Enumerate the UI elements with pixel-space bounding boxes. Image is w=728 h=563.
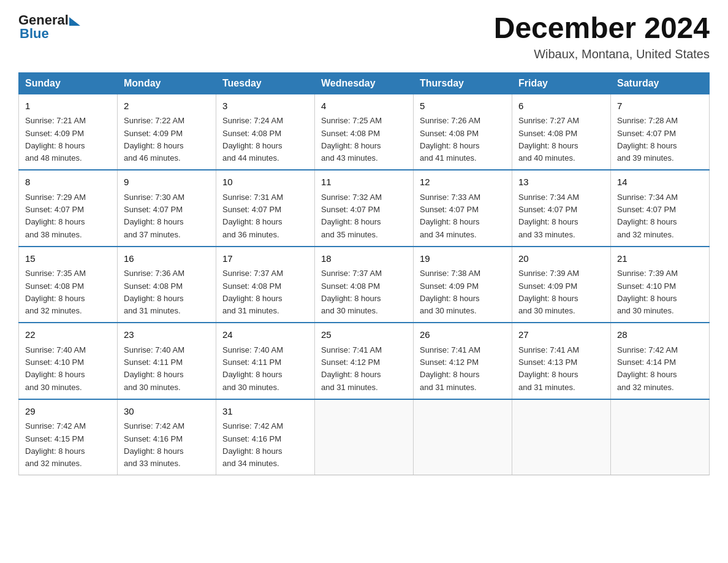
day-info: Sunrise: 7:21 AMSunset: 4:09 PMDaylight:… [25, 116, 86, 163]
day-info: Sunrise: 7:34 AMSunset: 4:07 PMDaylight:… [617, 193, 678, 239]
day-number: 26 [420, 328, 506, 342]
weekday-header-wednesday: Wednesday [315, 72, 414, 94]
day-number: 19 [420, 252, 506, 266]
day-cell-26: 26 Sunrise: 7:41 AMSunset: 4:12 PMDaylig… [414, 323, 512, 399]
day-number: 22 [25, 328, 111, 342]
day-number: 3 [222, 99, 308, 113]
day-number: 13 [518, 175, 604, 190]
empty-cell [512, 399, 611, 475]
day-cell-16: 16 Sunrise: 7:36 AMSunset: 4:08 PMDaylig… [118, 247, 216, 323]
day-cell-14: 14 Sunrise: 7:34 AMSunset: 4:07 PMDaylig… [611, 170, 710, 247]
day-cell-1: 1 Sunrise: 7:21 AMSunset: 4:09 PMDayligh… [19, 94, 118, 170]
logo-arrow-icon [69, 17, 80, 26]
day-number: 12 [420, 175, 506, 190]
day-info: Sunrise: 7:36 AMSunset: 4:08 PMDaylight:… [124, 269, 184, 315]
day-number: 29 [25, 405, 111, 419]
day-cell-29: 29 Sunrise: 7:42 AMSunset: 4:15 PMDaylig… [19, 399, 118, 475]
day-info: Sunrise: 7:39 AMSunset: 4:09 PMDaylight:… [518, 269, 579, 315]
empty-cell [611, 399, 710, 475]
day-info: Sunrise: 7:42 AMSunset: 4:14 PMDaylight:… [617, 345, 678, 392]
day-cell-5: 5 Sunrise: 7:26 AMSunset: 4:08 PMDayligh… [414, 94, 512, 170]
day-number: 5 [420, 99, 506, 113]
day-info: Sunrise: 7:35 AMSunset: 4:08 PMDaylight:… [25, 269, 86, 315]
day-info: Sunrise: 7:32 AMSunset: 4:07 PMDaylight:… [321, 193, 382, 239]
day-number: 31 [222, 405, 308, 419]
day-cell-27: 27 Sunrise: 7:41 AMSunset: 4:13 PMDaylig… [512, 323, 611, 399]
day-number: 2 [124, 99, 210, 113]
day-info: Sunrise: 7:42 AMSunset: 4:15 PMDaylight:… [25, 421, 86, 468]
day-cell-12: 12 Sunrise: 7:33 AMSunset: 4:07 PMDaylig… [414, 170, 512, 247]
day-cell-18: 18 Sunrise: 7:37 AMSunset: 4:08 PMDaylig… [315, 247, 414, 323]
day-info: Sunrise: 7:37 AMSunset: 4:08 PMDaylight:… [222, 269, 283, 315]
day-number: 24 [222, 328, 308, 342]
empty-cell [414, 399, 512, 475]
day-cell-21: 21 Sunrise: 7:39 AMSunset: 4:10 PMDaylig… [611, 247, 710, 323]
day-number: 6 [518, 99, 604, 113]
week-row-5: 29 Sunrise: 7:42 AMSunset: 4:15 PMDaylig… [19, 399, 710, 475]
day-info: Sunrise: 7:41 AMSunset: 4:12 PMDaylight:… [321, 345, 382, 392]
day-cell-31: 31 Sunrise: 7:42 AMSunset: 4:16 PMDaylig… [216, 399, 315, 475]
day-info: Sunrise: 7:25 AMSunset: 4:08 PMDaylight:… [321, 116, 382, 163]
day-number: 25 [321, 328, 407, 342]
weekday-header-row: SundayMondayTuesdayWednesdayThursdayFrid… [19, 72, 710, 94]
day-info: Sunrise: 7:39 AMSunset: 4:10 PMDaylight:… [617, 269, 678, 315]
day-number: 27 [518, 328, 604, 342]
day-number: 20 [518, 252, 604, 266]
day-info: Sunrise: 7:34 AMSunset: 4:07 PMDaylight:… [518, 193, 579, 239]
logo-blue-text: Blue [20, 26, 49, 42]
day-cell-15: 15 Sunrise: 7:35 AMSunset: 4:08 PMDaylig… [19, 247, 118, 323]
day-number: 7 [617, 99, 703, 113]
week-row-4: 22 Sunrise: 7:40 AMSunset: 4:10 PMDaylig… [19, 323, 710, 399]
day-number: 21 [617, 252, 703, 266]
day-info: Sunrise: 7:22 AMSunset: 4:09 PMDaylight:… [124, 116, 184, 163]
empty-cell [315, 399, 414, 475]
day-info: Sunrise: 7:33 AMSunset: 4:07 PMDaylight:… [420, 193, 480, 239]
day-number: 10 [222, 175, 308, 190]
day-info: Sunrise: 7:30 AMSunset: 4:07 PMDaylight:… [124, 193, 184, 239]
day-cell-7: 7 Sunrise: 7:28 AMSunset: 4:07 PMDayligh… [611, 94, 710, 170]
day-cell-17: 17 Sunrise: 7:37 AMSunset: 4:08 PMDaylig… [216, 247, 315, 323]
weekday-header-sunday: Sunday [19, 72, 118, 94]
day-info: Sunrise: 7:40 AMSunset: 4:11 PMDaylight:… [222, 345, 283, 392]
day-info: Sunrise: 7:31 AMSunset: 4:07 PMDaylight:… [222, 193, 283, 239]
day-info: Sunrise: 7:27 AMSunset: 4:08 PMDaylight:… [518, 116, 579, 163]
day-number: 8 [25, 175, 111, 190]
day-cell-4: 4 Sunrise: 7:25 AMSunset: 4:08 PMDayligh… [315, 94, 414, 170]
day-number: 14 [617, 175, 703, 190]
day-info: Sunrise: 7:26 AMSunset: 4:08 PMDaylight:… [420, 116, 480, 163]
title-area: December 2024 Wibaux, Montana, United St… [494, 12, 710, 61]
day-info: Sunrise: 7:41 AMSunset: 4:13 PMDaylight:… [518, 345, 579, 392]
weekday-header-saturday: Saturday [611, 72, 710, 94]
day-cell-30: 30 Sunrise: 7:42 AMSunset: 4:16 PMDaylig… [118, 399, 216, 475]
day-cell-19: 19 Sunrise: 7:38 AMSunset: 4:09 PMDaylig… [414, 247, 512, 323]
day-info: Sunrise: 7:38 AMSunset: 4:09 PMDaylight:… [420, 269, 480, 315]
day-info: Sunrise: 7:42 AMSunset: 4:16 PMDaylight:… [222, 421, 283, 468]
day-info: Sunrise: 7:24 AMSunset: 4:08 PMDaylight:… [222, 116, 283, 163]
day-number: 23 [124, 328, 210, 342]
day-number: 30 [124, 405, 210, 419]
day-cell-2: 2 Sunrise: 7:22 AMSunset: 4:09 PMDayligh… [118, 94, 216, 170]
day-number: 28 [617, 328, 703, 342]
day-cell-13: 13 Sunrise: 7:34 AMSunset: 4:07 PMDaylig… [512, 170, 611, 247]
day-info: Sunrise: 7:28 AMSunset: 4:07 PMDaylight:… [617, 116, 678, 163]
day-cell-25: 25 Sunrise: 7:41 AMSunset: 4:12 PMDaylig… [315, 323, 414, 399]
day-number: 1 [25, 99, 111, 113]
day-cell-11: 11 Sunrise: 7:32 AMSunset: 4:07 PMDaylig… [315, 170, 414, 247]
day-cell-22: 22 Sunrise: 7:40 AMSunset: 4:10 PMDaylig… [19, 323, 118, 399]
week-row-1: 1 Sunrise: 7:21 AMSunset: 4:09 PMDayligh… [19, 94, 710, 170]
day-number: 4 [321, 99, 407, 113]
day-info: Sunrise: 7:42 AMSunset: 4:16 PMDaylight:… [124, 421, 184, 468]
day-cell-28: 28 Sunrise: 7:42 AMSunset: 4:14 PMDaylig… [611, 323, 710, 399]
weekday-header-tuesday: Tuesday [216, 72, 315, 94]
day-info: Sunrise: 7:37 AMSunset: 4:08 PMDaylight:… [321, 269, 382, 315]
weekday-header-monday: Monday [118, 72, 216, 94]
day-number: 18 [321, 252, 407, 266]
day-info: Sunrise: 7:40 AMSunset: 4:10 PMDaylight:… [25, 345, 86, 392]
day-cell-24: 24 Sunrise: 7:40 AMSunset: 4:11 PMDaylig… [216, 323, 315, 399]
day-cell-3: 3 Sunrise: 7:24 AMSunset: 4:08 PMDayligh… [216, 94, 315, 170]
day-cell-8: 8 Sunrise: 7:29 AMSunset: 4:07 PMDayligh… [19, 170, 118, 247]
day-info: Sunrise: 7:29 AMSunset: 4:07 PMDaylight:… [25, 193, 86, 239]
week-row-3: 15 Sunrise: 7:35 AMSunset: 4:08 PMDaylig… [19, 247, 710, 323]
day-cell-23: 23 Sunrise: 7:40 AMSunset: 4:11 PMDaylig… [118, 323, 216, 399]
month-title: December 2024 [494, 12, 710, 45]
